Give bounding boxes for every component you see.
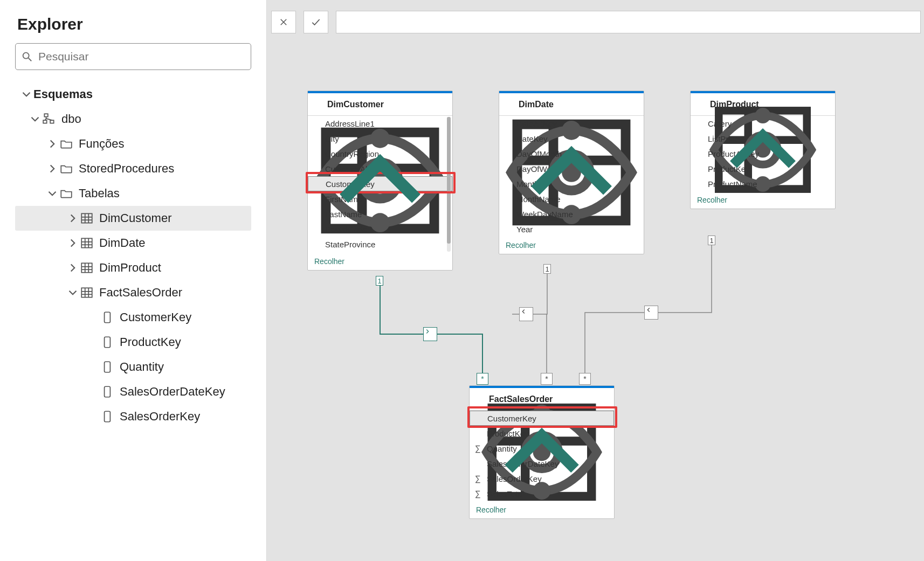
schema-name: dbo (61, 112, 81, 126)
chevron-right-icon[interactable] (66, 211, 80, 225)
search-icon (21, 51, 33, 63)
svg-rect-3 (43, 120, 47, 123)
table-label: DimProduct (99, 261, 161, 275)
table-label: DimDate (99, 236, 146, 250)
node-schemas[interactable]: Esquemas (15, 82, 251, 107)
model-canvas[interactable]: DimCustomer AddressLine1 City CountryReg… (267, 0, 924, 561)
node-table-dimcustomer[interactable]: DimCustomer (15, 206, 251, 231)
table-label: FactSalesOrder (99, 286, 182, 300)
card-factsalesorder[interactable]: FactSalesOrder CustomerKey ProductKey ∑Q… (469, 385, 615, 519)
node-table-dimproduct[interactable]: DimProduct (15, 255, 251, 280)
folder-icon (59, 137, 73, 151)
explorer-tree: Esquemas dbo (15, 82, 251, 429)
svg-rect-2 (44, 114, 48, 116)
column-label: SalesOrderKey (120, 410, 200, 424)
node-table-dimdate[interactable]: DimDate (15, 231, 251, 255)
node-schema-dbo[interactable]: dbo (15, 107, 251, 131)
card-dimcustomer[interactable]: DimCustomer AddressLine1 City CountryReg… (307, 91, 453, 271)
node-column-salesorderkey[interactable]: SalesOrderKey (15, 404, 251, 429)
schema-icon (42, 112, 56, 126)
table-icon (80, 236, 94, 250)
card-footer: Recolher (691, 191, 835, 209)
cardinality-many: * (541, 373, 553, 385)
chevron-right-icon[interactable] (45, 137, 59, 151)
svg-rect-4 (50, 120, 54, 123)
tables-label: Tabelas (79, 186, 120, 200)
svg-rect-31 (105, 386, 111, 397)
card-dimdate[interactable]: DimDate DateAltKey DateKey DayOfMonth Da… (499, 91, 644, 254)
chevron-up-icon (508, 507, 515, 513)
direction-filter-icon (423, 327, 437, 341)
collapse-link[interactable]: Recolher (697, 196, 736, 204)
spacer-icon (86, 360, 100, 374)
collapse-link[interactable]: Recolher (506, 241, 544, 250)
chevron-down-icon[interactable] (45, 186, 59, 200)
direction-filter-icon (519, 307, 533, 321)
column-label: ProductKey (120, 335, 181, 349)
folder-icon (59, 186, 73, 200)
card-footer: Recolher (308, 253, 452, 270)
svg-rect-29 (105, 337, 111, 348)
node-column-salesorderdatekey[interactable]: SalesOrderDateKey (15, 379, 251, 404)
spacer-icon (86, 385, 100, 399)
svg-rect-23 (81, 288, 92, 297)
table-icon (80, 211, 94, 225)
column-label: CustomerKey (120, 310, 191, 324)
chevron-down-icon[interactable] (66, 286, 80, 300)
collapse-link[interactable]: Recolher (314, 257, 353, 266)
table-icon (80, 261, 94, 275)
node-tables[interactable]: Tabelas (15, 181, 251, 206)
functions-label: Funções (79, 137, 124, 151)
storedprocs-label: StoredProcedures (79, 162, 174, 176)
table-label: DimCustomer (99, 211, 171, 225)
card-footer: Recolher (470, 501, 614, 518)
spacer-icon (86, 310, 100, 324)
folder-icon (59, 162, 73, 176)
schemas-label: Esquemas (33, 87, 93, 101)
chevron-up-icon (729, 197, 736, 203)
node-functions[interactable]: Funções (15, 131, 251, 156)
explorer-title: Explorer (17, 15, 251, 33)
node-table-factsalesorder[interactable]: FactSalesOrder (15, 280, 251, 305)
cardinality-many: * (579, 373, 591, 385)
column-label: Quantity (120, 360, 164, 374)
cardinality-one: 1 (376, 276, 383, 286)
card-footer: Recolher (499, 237, 644, 254)
chevron-up-icon (347, 258, 353, 265)
svg-point-0 (23, 53, 29, 59)
collapse-link[interactable]: Recolher (476, 505, 515, 514)
column-icon (100, 410, 114, 424)
direction-filter-icon (644, 306, 658, 320)
column-icon (100, 385, 114, 399)
cardinality-many: * (477, 373, 488, 385)
node-column-quantity[interactable]: Quantity (15, 355, 251, 379)
column-label: SalesOrderDateKey (120, 385, 225, 399)
column-icon (100, 360, 114, 374)
spacer-icon (86, 335, 100, 349)
chevron-down-icon[interactable] (28, 112, 42, 126)
chevron-right-icon[interactable] (45, 162, 59, 176)
search-input[interactable] (37, 50, 245, 64)
cardinality-one: 1 (708, 236, 715, 245)
chevron-right-icon[interactable] (66, 261, 80, 275)
node-storedprocs[interactable]: StoredProcedures (15, 156, 251, 181)
svg-rect-8 (81, 213, 92, 223)
column-icon (100, 310, 114, 324)
search-input-wrap[interactable] (15, 43, 251, 70)
svg-rect-30 (105, 362, 111, 372)
node-column-customerkey[interactable]: CustomerKey (15, 305, 251, 330)
chevron-up-icon (538, 242, 544, 248)
spacer-icon (86, 410, 100, 424)
table-icon (80, 286, 94, 300)
column-icon (100, 335, 114, 349)
explorer-panel: Explorer Esquemas (0, 0, 267, 561)
node-column-productkey[interactable]: ProductKey (15, 330, 251, 355)
svg-rect-28 (105, 312, 111, 323)
chevron-right-icon[interactable] (66, 236, 80, 250)
svg-rect-18 (81, 263, 92, 272)
cardinality-one: 1 (543, 264, 551, 274)
card-dimproduct[interactable]: DimProduct Catery ListPrice ProductAltKe… (690, 91, 836, 209)
svg-line-1 (29, 58, 32, 61)
chevron-down-icon[interactable] (19, 87, 33, 101)
svg-rect-32 (105, 411, 111, 422)
